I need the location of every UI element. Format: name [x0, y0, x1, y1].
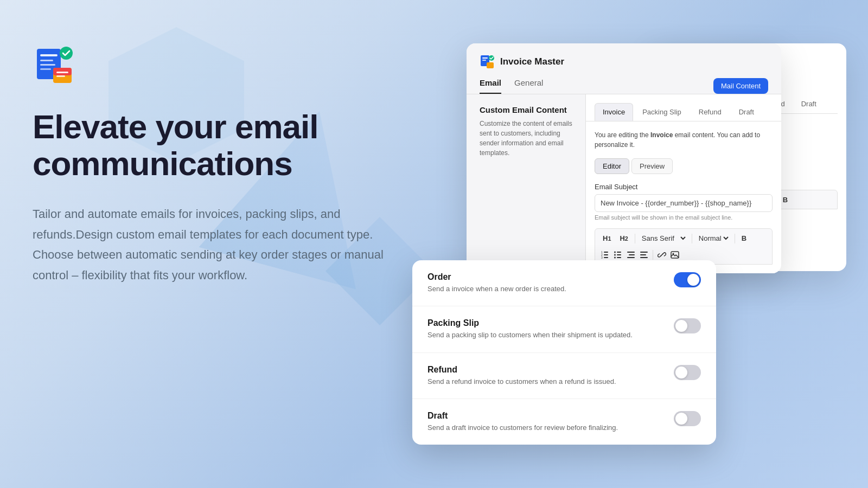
svg-rect-13 — [487, 62, 494, 68]
svg-point-25 — [614, 254, 616, 256]
toolbar-divider-1 — [635, 234, 635, 243]
order-toggle-item-refund: Refund Send a refund invoice to customer… — [412, 353, 716, 399]
email-subject-hint: Email subject will be shown in the email… — [595, 214, 773, 221]
svg-rect-7 — [56, 72, 68, 73]
h2-button[interactable]: H2 — [617, 233, 630, 243]
left-panel: Elevate your email communications Tailor… — [33, 43, 412, 285]
svg-rect-27 — [627, 252, 635, 253]
h1-button[interactable]: H1 — [601, 233, 613, 243]
card-editor-panel: Invoice Packing Slip Refund Draft You ar… — [586, 94, 781, 273]
right-doc-tab-draft[interactable]: Draft — [794, 95, 824, 113]
svg-rect-1 — [40, 54, 58, 56]
indent-left-icon[interactable] — [627, 251, 635, 259]
draft-toggle-switch[interactable] — [674, 411, 701, 426]
toolbar-divider-3 — [735, 234, 735, 243]
email-subject-label: Email Subject — [595, 183, 773, 191]
svg-rect-31 — [640, 254, 646, 255]
packing-item-desc: Send a packing slip to customers when th… — [427, 330, 633, 340]
draft-item-desc: Send a draft invoice to customers for re… — [427, 423, 618, 433]
card-title: Invoice Master — [500, 56, 564, 67]
section-title: Custom Email Content — [480, 105, 572, 114]
svg-rect-2 — [40, 60, 53, 61]
svg-rect-8 — [56, 75, 65, 77]
refund-toggle-knob — [675, 367, 687, 378]
order-item-desc-order: Send a invoice when a new order is creat… — [427, 284, 566, 294]
svg-rect-16 — [604, 254, 608, 255]
order-item-name-order: Order — [427, 272, 566, 282]
packing-toggle-switch[interactable] — [674, 318, 701, 333]
link-icon[interactable] — [658, 251, 666, 259]
order-toggle-card: Order Send a invoice when a new order is… — [412, 260, 716, 445]
right-bold-btn[interactable]: B — [783, 196, 788, 204]
svg-rect-22 — [617, 254, 621, 255]
main-app-card: Invoice Master Email General Mail Conten… — [467, 43, 781, 273]
svg-rect-4 — [40, 68, 51, 70]
svg-rect-30 — [640, 252, 648, 253]
svg-text:3: 3 — [601, 256, 603, 259]
editor-area: You are editing the Invoice email conten… — [586, 121, 781, 273]
image-icon[interactable] — [671, 251, 679, 259]
toggle-knob — [687, 274, 699, 286]
card-nav-tabs: Email General Mail Content — [467, 69, 781, 94]
ordered-list-icon[interactable]: 1 2 3 — [601, 251, 609, 259]
draft-item-name: Draft — [427, 411, 618, 421]
doc-tab-refund[interactable]: Refund — [691, 103, 730, 121]
svg-point-26 — [614, 257, 616, 259]
indent-right-icon[interactable] — [640, 251, 648, 259]
doc-tab-packing-slip[interactable]: Packing Slip — [634, 103, 690, 121]
svg-point-24 — [614, 252, 616, 253]
page-headline: Elevate your email communications — [33, 108, 412, 182]
order-toggle-switch[interactable] — [674, 272, 701, 287]
svg-rect-21 — [617, 252, 621, 253]
toolbar-divider-2 — [692, 234, 692, 243]
tab-editor[interactable]: Editor — [595, 158, 629, 174]
doc-tab-draft[interactable]: Draft — [731, 103, 762, 121]
order-toggle-item-draft: Draft Send a draft invoice to customers … — [412, 399, 716, 445]
page-subtext: Tailor and automate emails for invoices,… — [33, 204, 385, 285]
svg-rect-15 — [604, 252, 608, 253]
email-subject-input[interactable] — [595, 194, 773, 212]
svg-rect-3 — [40, 64, 55, 66]
svg-rect-23 — [617, 257, 621, 258]
svg-rect-28 — [629, 254, 635, 255]
refund-item-desc: Send a refund invoice to customers when … — [427, 377, 616, 387]
svg-rect-17 — [604, 257, 608, 258]
tab-email[interactable]: Email — [480, 78, 501, 94]
order-toggle-item-order: Order Send a invoice when a new order is… — [412, 260, 716, 306]
card-body: Custom Email Content Customize the conte… — [467, 94, 781, 273]
mail-content-button[interactable]: Mail Content — [713, 78, 768, 94]
refund-item-name: Refund — [427, 365, 616, 375]
svg-rect-12 — [482, 60, 486, 61]
card-header: Invoice Master — [467, 43, 781, 69]
order-toggle-item-packing: Packing Slip Send a packing slip to cust… — [412, 306, 716, 352]
doc-tab-invoice[interactable]: Invoice — [595, 103, 633, 121]
editor-toolbar: H1 H2 Sans Serif Serif Monospace Normal — [595, 228, 773, 265]
svg-rect-29 — [627, 257, 635, 258]
card-left-panel: Custom Email Content Customize the conte… — [467, 94, 586, 273]
app-logo — [33, 43, 76, 87]
svg-rect-32 — [640, 257, 648, 258]
bold-button[interactable]: B — [739, 233, 749, 243]
view-tabs: Editor Preview — [595, 158, 773, 174]
tab-general[interactable]: General — [514, 78, 543, 94]
svg-point-9 — [60, 47, 73, 60]
toolbar-divider-4 — [653, 250, 653, 260]
packing-item-name: Packing Slip — [427, 318, 633, 328]
document-type-tabs: Invoice Packing Slip Refund Draft — [586, 94, 781, 121]
section-description: Customize the content of emails sent to … — [480, 119, 572, 158]
tab-preview[interactable]: Preview — [631, 158, 673, 174]
editing-note: You are editing the Invoice email conten… — [595, 130, 773, 150]
font-style-select[interactable]: Normal Bold Italic — [697, 234, 730, 243]
font-family-select[interactable]: Sans Serif Serif Monospace — [640, 234, 687, 243]
packing-toggle-knob — [675, 320, 687, 332]
refund-toggle-switch[interactable] — [674, 365, 701, 380]
card-logo-icon — [480, 54, 495, 69]
unordered-list-icon[interactable] — [614, 251, 622, 259]
draft-toggle-knob — [675, 413, 687, 425]
svg-rect-11 — [482, 57, 488, 59]
